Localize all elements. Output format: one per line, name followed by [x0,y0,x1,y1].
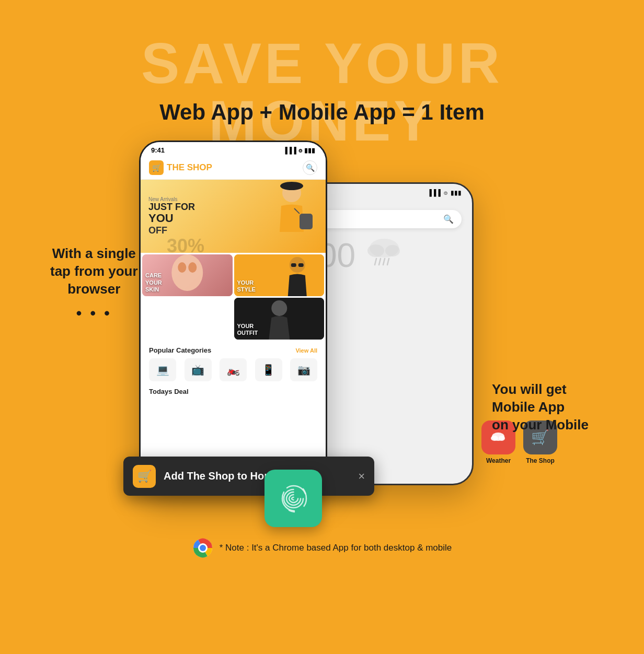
logo-text: THE SHOP [167,162,212,173]
svg-line-3 [375,259,376,265]
left-dots: • • • [50,303,138,323]
tv-icon: 📺 [191,364,204,376]
notification-bar: 🛒 Add The Shop to Home screen × [123,457,374,496]
wifi-icon: ⌾ [444,189,447,196]
wifi-status: ⌾ [298,147,302,154]
your-style-label: YOURSTYLE [234,276,259,296]
svg-rect-10 [300,214,313,229]
weather-app-label: Weather [486,457,511,464]
off-label: OFF [148,225,195,236]
category-icons-row: 💻 📺 🏍️ 📱 📷 [149,358,317,381]
category-grid: CAREYOURSKIN YOURSTYLE [141,253,326,341]
phones-section: With a single tap from your browser • • … [34,141,610,532]
weather-icon [363,233,405,277]
left-description: With a single tap from your browser • • … [50,245,138,323]
mobile-icon: 📱 [262,364,275,376]
your-outfit-label: YOUROUTFIT [234,320,261,340]
time: 9:41 [151,146,165,154]
cat-icon-camera[interactable]: 📷 [290,358,317,381]
popular-title: Popular Categories [149,346,211,354]
chrome-icon [192,538,213,558]
chrome-note-text: * Note : It's a Chrome based App for bot… [220,543,452,553]
svg-rect-16 [291,263,296,267]
chrome-note: * Note : It's a Chrome based App for bot… [192,538,452,558]
signal-bars: ▐▐▐ [283,147,296,154]
cart-notif-icon: 🛒 [137,470,152,483]
just-for-label: JUST FOR [148,202,195,212]
todays-deal-title: Todays Deal [149,388,317,395]
hero-image [263,180,320,252]
laptop-icon: 💻 [156,364,169,376]
svg-point-14 [188,262,197,273]
svg-rect-9 [284,183,300,189]
logo-the: THE [167,162,185,172]
secondary-search-bar[interactable]: 🔍 [318,210,462,228]
left-text-line1: With a single [50,245,138,263]
popular-header: Popular Categories View All [149,346,317,354]
headline: Web App + Mobile App = 1 Item [159,100,485,125]
main-container: SAVE YOUR MONEY Web App + Mobile App = 1… [34,19,610,635]
category-skin-care[interactable]: CAREYOURSKIN [142,254,233,296]
category-your-style[interactable]: YOURSTYLE [234,254,325,296]
todays-deal-section: Todays Deal [141,384,326,399]
notification-icon: 🛒 [133,465,156,488]
cat-icon-phone[interactable]: 📱 [255,358,282,381]
app-logo: 🛒 THE SHOP [149,160,212,175]
svg-point-18 [271,300,287,316]
hero-banner: New Arrivals JUST FOR YOU 30% OFF [141,180,326,253]
phone-secondary: ▐▐▐ ⌾ ▮▮▮ 🔍 00 [306,182,474,485]
svg-line-4 [379,259,381,265]
header-search-button[interactable]: 🔍 [303,160,317,175]
svg-point-24 [200,545,206,551]
phone-main: 9:41 ▐▐▐ ⌾ ▮▮▮ 🛒 THE SHOP 🔍 [139,141,327,496]
svg-point-12 [171,254,203,291]
signal-icon: ▐▐▐ [427,189,441,196]
right-text-line2: Mobile App [492,399,589,416]
watermark-text: SAVE YOUR MONEY [34,34,610,149]
svg-point-1 [367,244,384,257]
hero-text: New Arrivals JUST FOR YOU 30% OFF [148,196,195,236]
cat-icon-tv[interactable]: 📺 [185,358,212,381]
svg-point-21 [499,436,505,441]
notification-text: Add The Shop to Home screen [164,470,350,482]
cat-icon-bike[interactable]: 🏍️ [220,358,247,381]
camera-icon: 📷 [297,364,310,376]
fingerprint-button[interactable] [264,470,322,527]
shop-app-label: The Shop [526,457,555,464]
weather-widget: 00 [318,233,462,277]
svg-point-13 [178,262,186,273]
search-icon: 🔍 [443,214,454,224]
notification-close-button[interactable]: × [358,470,365,483]
percent-label: 30% [167,237,204,253]
secondary-status-bar: ▐▐▐ ⌾ ▮▮▮ [308,184,472,200]
battery-icon: ▮▮▮ [451,189,462,196]
view-all-link[interactable]: View All [295,347,317,354]
logo-shop: SHOP [187,162,212,172]
logo-icon: 🛒 [149,160,164,175]
battery-status: ▮▮▮ [304,147,315,154]
status-bar: 9:41 ▐▐▐ ⌾ ▮▮▮ [141,142,326,156]
status-icons: ▐▐▐ ⌾ ▮▮▮ [283,147,315,154]
right-text-line1: You will get [492,381,589,399]
left-text-line3: browser [50,281,138,298]
svg-line-5 [383,259,385,265]
motorcycle-icon: 🏍️ [227,364,240,376]
right-text-line3: on your Mobile [492,416,589,434]
skin-care-label: CAREYOURSKIN [142,269,165,296]
svg-point-20 [491,436,498,441]
you-label: YOU [148,212,195,225]
svg-rect-17 [298,263,303,267]
category-your-outfit[interactable]: YOUROUTFIT [234,298,325,340]
svg-point-2 [385,245,400,256]
right-description: You will get Mobile App on your Mobile [492,381,589,434]
cat-icon-laptop[interactable]: 💻 [149,358,176,381]
left-text-line2: tap from your [50,263,138,281]
app-header: 🛒 THE SHOP 🔍 [141,156,326,180]
svg-line-6 [387,259,389,265]
popular-categories-section: Popular Categories View All 💻 📺 🏍️ 📱 [141,341,326,384]
